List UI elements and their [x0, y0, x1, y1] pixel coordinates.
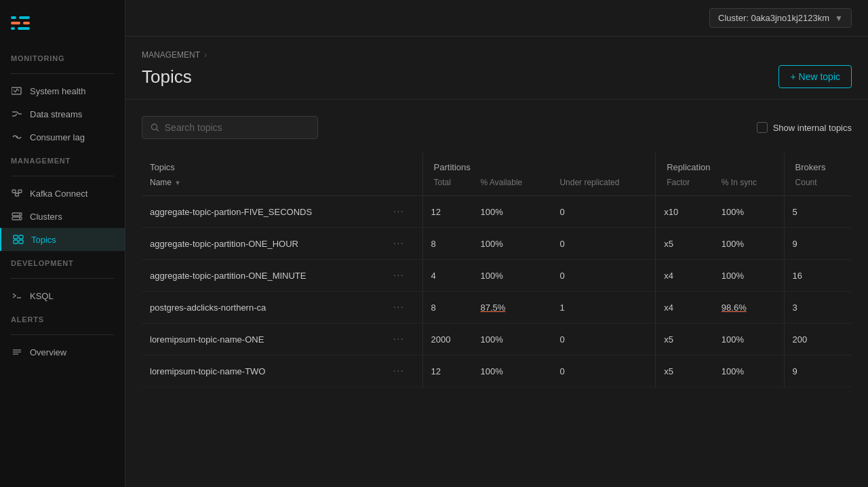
- total-cell: 12: [422, 355, 472, 387]
- svg-point-18: [19, 218, 20, 219]
- count-cell: 200: [784, 324, 852, 355]
- show-internal-toggle[interactable]: Show internal topics: [757, 122, 852, 133]
- topics-icon: [12, 233, 24, 246]
- system-health-icon: [11, 85, 23, 97]
- total-cell: 4: [422, 260, 472, 292]
- topic-name-cell[interactable]: aggregate-topic-partion-FIVE_SECONDS: [142, 196, 384, 228]
- divider-4: [11, 334, 114, 335]
- topic-menu-cell[interactable]: ···: [384, 260, 422, 292]
- ksql-icon: [11, 290, 23, 302]
- sidebar-item-kafka-connect[interactable]: Kafka Connect: [0, 182, 125, 205]
- table-section-headers: Topics Partitions Replication Brokers: [142, 153, 852, 175]
- col-header-name[interactable]: Name ▼: [142, 175, 384, 196]
- col-group-replication: Replication: [656, 153, 784, 175]
- pct-available-cell: 87.5%: [472, 292, 551, 324]
- col-header-under-replicated: Under replicated: [551, 175, 655, 196]
- topic-menu-dots[interactable]: ···: [393, 301, 403, 313]
- svg-point-27: [151, 124, 157, 130]
- sidebar-item-system-health-label: System health: [30, 86, 85, 96]
- col-header-count: Count: [784, 175, 852, 196]
- topic-menu-cell[interactable]: ···: [384, 196, 422, 228]
- alerts-section-label: ALERTS: [0, 307, 125, 329]
- page-header: MANAGEMENT › Topics + New topic: [125, 37, 868, 100]
- sidebar-item-topics[interactable]: Topics: [0, 228, 125, 251]
- count-cell: 16: [784, 260, 852, 292]
- table-row: postgres-adclicks-northern-ca ··· 8 87.5…: [142, 292, 852, 324]
- sidebar-item-consumer-lag-label: Consumer lag: [30, 132, 85, 142]
- kafka-connect-icon: [11, 187, 23, 199]
- svg-rect-22: [19, 240, 23, 244]
- factor-cell: x5: [656, 228, 713, 260]
- pct-available-cell: 100%: [472, 260, 551, 292]
- cluster-selector[interactable]: Cluster: 0aka3jno1kj2123km ▼: [709, 8, 852, 28]
- new-topic-button[interactable]: + New topic: [778, 65, 852, 88]
- sidebar-item-overview-label: Overview: [30, 347, 66, 357]
- col-header-factor: Factor: [656, 175, 713, 196]
- sidebar-item-data-streams[interactable]: Data streams: [0, 102, 125, 125]
- topic-menu-dots[interactable]: ···: [393, 206, 403, 217]
- consumer-lag-icon: [11, 131, 23, 143]
- topic-name-cell[interactable]: postgres-adclicks-northern-ca: [142, 292, 384, 324]
- svg-point-17: [19, 214, 20, 215]
- under-replicated-cell: 0: [551, 196, 655, 228]
- topic-menu-dots[interactable]: ···: [393, 237, 403, 249]
- topic-menu-cell[interactable]: ···: [384, 228, 422, 260]
- topic-menu-dots[interactable]: ···: [393, 365, 403, 376]
- sidebar: MONITORING System health Data streams: [0, 0, 125, 487]
- management-section-label: MANAGEMENT: [0, 149, 125, 170]
- breadcrumb-management[interactable]: MANAGEMENT: [142, 50, 200, 60]
- sidebar-item-topics-label: Topics: [31, 235, 56, 245]
- sidebar-item-consumer-lag[interactable]: Consumer lag: [0, 125, 125, 149]
- overview-icon: [11, 346, 23, 358]
- svg-line-14: [17, 193, 20, 193]
- under-replicated-cell: 0: [551, 355, 655, 387]
- under-replicated-cell: 1: [551, 292, 655, 324]
- topic-menu-cell[interactable]: ···: [384, 292, 422, 324]
- count-cell: 3: [784, 292, 852, 324]
- table-row: aggregate-topic-partion-FIVE_SECONDS ···…: [142, 196, 852, 228]
- factor-cell: x10: [656, 196, 713, 228]
- search-wrapper[interactable]: [142, 116, 318, 139]
- sidebar-item-data-streams-label: Data streams: [30, 109, 82, 119]
- toolbar: Show internal topics: [142, 116, 852, 139]
- table-row: loremipsum-topic-name-ONE ··· 2000 100% …: [142, 324, 852, 355]
- under-replicated-cell: 0: [551, 324, 655, 355]
- sidebar-item-overview[interactable]: Overview: [0, 340, 125, 364]
- svg-rect-21: [14, 240, 18, 244]
- sidebar-item-ksql[interactable]: KSQL: [0, 284, 125, 307]
- data-streams-icon: [11, 108, 23, 120]
- col-group-partitions: Partitions: [422, 153, 656, 175]
- pct-in-sync-cell: 100%: [713, 196, 784, 228]
- topic-menu-dots[interactable]: ···: [393, 269, 403, 281]
- pct-in-sync-cell: 98.6%: [713, 292, 784, 324]
- total-cell: 12: [422, 196, 472, 228]
- topic-menu-cell[interactable]: ···: [384, 324, 422, 355]
- show-internal-label: Show internal topics: [773, 123, 852, 133]
- show-internal-checkbox[interactable]: [757, 122, 768, 133]
- col-header-pct-available: % Available: [472, 175, 551, 196]
- svg-line-28: [157, 129, 159, 131]
- col-header-pct-in-sync: % In sync: [713, 175, 784, 196]
- col-group-topics: Topics: [142, 153, 422, 175]
- clusters-icon: [11, 210, 23, 222]
- topic-menu-cell[interactable]: ···: [384, 355, 422, 387]
- under-replicated-cell: 0: [551, 228, 655, 260]
- sidebar-item-system-health[interactable]: System health: [0, 79, 125, 102]
- factor-cell: x4: [656, 260, 713, 292]
- chevron-down-icon: ▼: [835, 14, 843, 23]
- svg-rect-20: [19, 235, 23, 239]
- topic-name-cell[interactable]: loremipsum-topic-name-TWO: [142, 355, 384, 387]
- topic-name-cell[interactable]: aggregate-topic-partition-ONE_MINUTE: [142, 260, 384, 292]
- sidebar-item-clusters[interactable]: Clusters: [0, 205, 125, 228]
- count-cell: 9: [784, 355, 852, 387]
- col-header-total: Total: [422, 175, 472, 196]
- search-input[interactable]: [165, 122, 309, 133]
- pct-available-cell: 100%: [472, 196, 551, 228]
- pct-in-sync-cell: 100%: [713, 355, 784, 387]
- col-header-actions: [384, 175, 422, 196]
- topic-menu-dots[interactable]: ···: [393, 333, 403, 345]
- search-icon: [151, 123, 159, 132]
- topic-name-cell[interactable]: aggregate-topic-partition-ONE_HOUR: [142, 228, 384, 260]
- svg-line-3: [17, 89, 19, 91]
- topic-name-cell[interactable]: loremipsum-topic-name-ONE: [142, 324, 384, 355]
